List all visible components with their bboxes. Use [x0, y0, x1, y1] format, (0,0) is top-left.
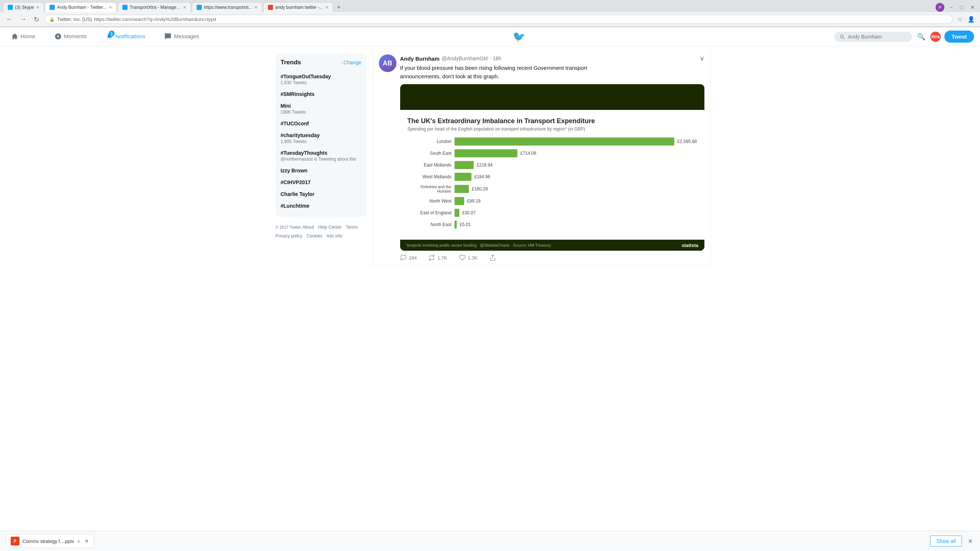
browser-tab-skype[interactable]: (3) Skype ✕ — [3, 2, 44, 12]
trends-change[interactable]: · Change — [340, 59, 361, 65]
reload-button[interactable]: ↻ — [32, 15, 41, 24]
chart-bar-london — [455, 137, 675, 146]
address-bar[interactable]: 🔒 Twitter, Inc. [US] https://twitter.com… — [45, 15, 953, 24]
tab-close-transportxtra[interactable]: ✕ — [183, 5, 186, 10]
chart-label-west-midlands: West Midlands — [407, 174, 452, 179]
share-action[interactable] — [490, 254, 496, 261]
back-button[interactable]: ← — [4, 15, 15, 24]
tab-close-google[interactable]: ✕ — [325, 5, 328, 10]
reply-action[interactable]: 184 — [400, 254, 417, 261]
search-input[interactable] — [848, 34, 907, 40]
browser-tab-twitter[interactable]: Andy Burnham - Twitter... ✕ — [45, 2, 117, 12]
trend-count-0: 1,630 Tweets — [281, 80, 361, 85]
trend-name-3: #TUCOconf — [281, 121, 361, 126]
trend-count-2: 199K Tweets — [281, 110, 361, 115]
chart-row-yorkshire: Yorkshire and the Humber £160.29 — [407, 185, 697, 193]
nav-notifications[interactable]: 1 Notifications — [101, 27, 151, 46]
nav-notifications-label: Notifications — [115, 33, 145, 39]
chart-value-london: £2,595.68 — [677, 139, 697, 144]
footer-terms[interactable]: Terms — [346, 225, 358, 230]
tweet-author-name: Andy Burnham — [400, 56, 440, 62]
xtra-label: Xtra — [931, 34, 940, 39]
bookmark-button[interactable]: ☆ — [956, 14, 964, 24]
trend-item-charitytuesday[interactable]: #charitytuesday 1,905 Tweets — [281, 129, 361, 147]
trend-item-cihvp2017[interactable]: #CIHVP2017 — [281, 177, 361, 188]
search-submit-button[interactable]: 🔍 — [916, 31, 927, 42]
trend-item-smrinsights[interactable]: #SMRinsights — [281, 88, 361, 100]
tweet-author-handle: @AndyBurnhamGM — [442, 56, 488, 61]
chart-value-east-england: £30.07 — [462, 210, 476, 215]
nav-moments[interactable]: Moments — [49, 28, 92, 45]
trend-item-charlie-taylor[interactable]: Charlie Taylor — [281, 188, 361, 200]
chart-brand: statista — [682, 243, 698, 248]
forward-button[interactable]: → — [18, 15, 29, 24]
lock-icon: 🔒 — [49, 17, 55, 22]
tab-title-skype: (3) Skype — [15, 5, 34, 10]
chart-row-east-midlands: East Midlands £218.94 — [407, 161, 697, 169]
download-close-icon[interactable]: ✕ — [84, 538, 89, 544]
trend-name-6: Izzy Brown — [281, 167, 361, 174]
trend-item-mini[interactable]: Mini 199K Tweets — [281, 100, 361, 118]
chart-bar-west-midlands — [455, 173, 471, 181]
trends-header: Trends · Change — [281, 59, 361, 66]
twitter-app: Home Moments 1 Notifications Messages 🐦 — [0, 27, 980, 551]
trend-item-tongue-out-tuesday[interactable]: #TongueOutTuesday 1,630 Tweets — [281, 70, 361, 88]
footer-cookies[interactable]: Cookies — [307, 233, 322, 239]
tweet-chart-image[interactable]: The UK's Extraordinary Imbalance in Tran… — [400, 84, 705, 251]
trend-count-4: 1,905 Tweets — [281, 139, 361, 144]
nav-left: Home Moments 1 Notifications Messages — [6, 27, 204, 46]
tab-close-twitter[interactable]: ✕ — [109, 5, 112, 10]
main-container: Trends · Change #TongueOutTuesday 1,630 … — [270, 46, 711, 266]
chart-bar-yorkshire — [455, 185, 469, 193]
chart-value-southeast: £714.08 — [520, 151, 536, 156]
search-bar[interactable] — [834, 32, 912, 42]
browser-tab-transportxtra[interactable]: TransportXtra - Manager... ✕ — [118, 2, 191, 12]
tweet-button[interactable]: Tweet — [944, 30, 974, 43]
footer-about[interactable]: About — [302, 225, 314, 230]
restore-button[interactable]: □ — [958, 4, 965, 11]
browser-profile-icon[interactable]: P — [935, 3, 944, 12]
browser-toolbar: ← → ↻ 🔒 Twitter, Inc. [US] https://twitt… — [0, 12, 980, 27]
reply-count: 184 — [409, 255, 417, 261]
like-action[interactable]: 1.3K — [459, 254, 478, 261]
minimize-button[interactable]: − — [947, 4, 955, 11]
download-filename: Comms strategy f....pptx — [22, 538, 74, 544]
footer-help[interactable]: Help Center — [318, 225, 342, 230]
moments-icon — [54, 33, 62, 40]
trends-title: Trends — [281, 59, 301, 66]
tab-close-skype[interactable]: ✕ — [36, 5, 39, 10]
trend-item-tuesdaythoughts[interactable]: #TuesdayThoughts @northernassist is Twee… — [281, 147, 361, 165]
nav-home[interactable]: Home — [6, 28, 40, 45]
chart-bar-wrap-southeast: £714.08 — [455, 149, 697, 157]
messages-icon — [164, 33, 172, 40]
trend-item-tucoconf[interactable]: #TUCOconf — [281, 118, 361, 129]
chart-source: *projects involving public sector fundin… — [406, 243, 551, 247]
chart-label-northwest: North West — [407, 199, 452, 204]
tweet-avatar[interactable]: AB — [379, 54, 396, 72]
trend-item-izzy-brown[interactable]: Izzy Brown — [281, 165, 361, 177]
tab-title-transport-url: https://www.transportxt... — [204, 5, 252, 10]
tweet-text: If your blood pressure has been rising f… — [400, 64, 705, 81]
tab-title-twitter: Andy Burnham - Twitter... — [57, 5, 107, 10]
download-item[interactable]: P Comms strategy f....pptx ∧ ✕ — [6, 534, 94, 548]
xtra-badge[interactable]: Xtra — [931, 32, 941, 42]
chart-bar-northwest — [455, 197, 464, 205]
chart-footer: *projects involving public sector fundin… — [400, 240, 705, 251]
chart-row-northwest: North West £99.19 — [407, 197, 697, 205]
browser-tab-google[interactable]: andy burnham twitter -... ✕ — [263, 2, 333, 12]
close-window-button[interactable]: ✕ — [968, 4, 977, 11]
footer-privacy[interactable]: Privacy policy — [275, 233, 302, 239]
trend-item-lunchtime[interactable]: #Lunchtime — [281, 200, 361, 212]
show-all-button[interactable]: Show all — [930, 535, 962, 546]
tab-close-transport-url[interactable]: ✕ — [254, 5, 258, 10]
download-expand-icon[interactable]: ∧ — [77, 539, 80, 544]
nav-messages[interactable]: Messages — [159, 28, 204, 45]
browser-tab-transport-url[interactable]: https://www.transportxt... ✕ — [192, 2, 262, 12]
retweet-action[interactable]: 1.7K — [428, 254, 447, 261]
tweet-more-options[interactable]: ∨ — [700, 54, 705, 62]
new-tab-button[interactable]: + — [334, 3, 344, 12]
footer-ads-info[interactable]: Ads info — [326, 233, 342, 239]
profile-button[interactable]: 👤 — [966, 14, 976, 24]
chart-title: The UK's Extraordinary Imbalance in Tran… — [407, 117, 697, 125]
close-bottom-bar-button[interactable]: ✕ — [966, 536, 974, 546]
